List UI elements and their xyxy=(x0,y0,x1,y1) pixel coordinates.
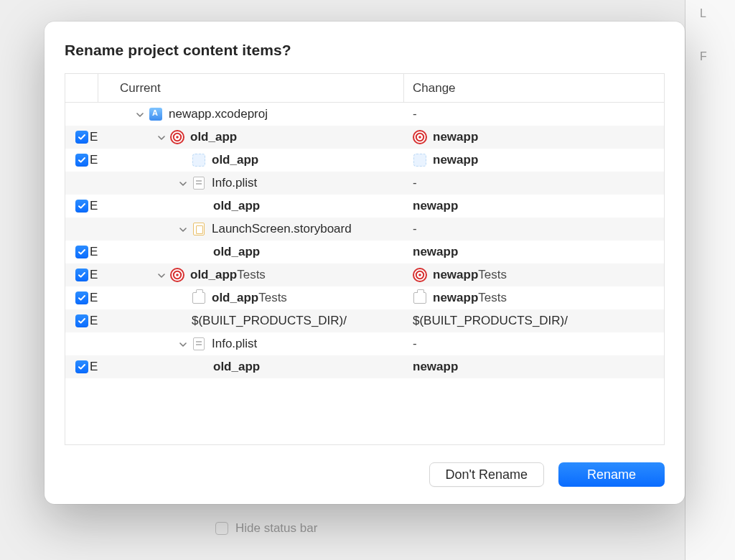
table-row[interactable]: newapp.xcodeproj- xyxy=(65,103,664,126)
table-row[interactable]: Eold_appnewapp xyxy=(65,149,664,172)
cell-checkbox xyxy=(65,218,98,241)
change-rest: $(BUILT_PRODUCTS_DIR)/ xyxy=(413,314,568,328)
target-icon xyxy=(170,130,184,144)
current-rest: LaunchScreen.storyboard xyxy=(212,222,352,236)
sidebar-letter: L xyxy=(700,7,735,20)
table-row[interactable]: Info.plist- xyxy=(65,332,664,355)
row-checkbox[interactable] xyxy=(75,291,88,304)
cell-checkbox xyxy=(65,103,98,126)
dont-rename-button[interactable]: Don't Rename xyxy=(429,462,545,487)
change-bold: newapp xyxy=(413,360,458,374)
change-rest: - xyxy=(413,337,417,351)
row-checkbox[interactable] xyxy=(75,200,88,213)
dialog-title: Rename project content items? xyxy=(65,42,665,59)
row-checkbox[interactable] xyxy=(75,314,88,327)
rename-button[interactable]: Rename xyxy=(558,462,665,487)
cell-change: newapp xyxy=(404,241,664,263)
chevron-down-icon[interactable] xyxy=(134,109,146,121)
change-bold: newapp xyxy=(433,130,478,144)
current-bold: old_app xyxy=(212,153,258,167)
chevron-down-icon[interactable] xyxy=(156,132,167,144)
cell-change: newapp xyxy=(404,355,664,378)
bundle-icon xyxy=(413,291,427,305)
current-bold: old_app xyxy=(213,245,260,259)
cell-current: old_app xyxy=(98,355,404,378)
cell-change: - xyxy=(404,218,664,241)
chevron-down-icon[interactable] xyxy=(156,270,167,281)
table-row[interactable]: Info.plist- xyxy=(65,172,664,195)
column-header-change[interactable]: Change xyxy=(404,74,664,102)
sidebar-letter: F xyxy=(700,50,735,63)
table-row[interactable]: Eold_appnewapp xyxy=(65,126,664,149)
current-rest: Info.plist xyxy=(212,176,257,190)
svg-point-5 xyxy=(418,136,421,139)
hide-status-bar-row: Hide status bar xyxy=(215,521,317,536)
row-checkbox[interactable] xyxy=(75,269,88,281)
hide-status-bar-checkbox xyxy=(215,522,228,535)
cell-change: $(BUILT_PRODUCTS_DIR)/ xyxy=(404,309,664,332)
cell-current: old_app xyxy=(98,126,404,149)
table-row[interactable]: Eold_appnewapp xyxy=(65,241,664,263)
dialog-footer: Don't Rename Rename xyxy=(65,462,665,487)
cell-change: - xyxy=(404,332,664,355)
row-checkbox[interactable] xyxy=(75,360,88,373)
app-icon xyxy=(192,153,206,167)
overflow-glyph: E xyxy=(90,268,98,282)
cell-checkbox xyxy=(65,172,98,195)
row-checkbox[interactable] xyxy=(75,154,88,167)
row-checkbox[interactable] xyxy=(75,246,88,258)
change-bold: newapp xyxy=(433,291,478,305)
cell-change: newappTests xyxy=(404,286,664,309)
table-row[interactable]: Eold_appTestsnewappTests xyxy=(65,286,664,309)
column-header-checkbox xyxy=(65,74,98,102)
overflow-glyph: E xyxy=(90,199,98,213)
cell-checkbox xyxy=(65,332,98,355)
current-bold: old_app xyxy=(190,130,237,144)
current-rest: newapp.xcodeproj xyxy=(169,107,268,121)
change-rest: - xyxy=(413,222,417,236)
current-bold: old_app xyxy=(213,360,260,374)
current-rest: Tests xyxy=(237,268,266,282)
plist-icon xyxy=(192,176,206,190)
change-rest: Tests xyxy=(478,268,507,282)
table-row[interactable]: Eold_appnewapp xyxy=(65,355,664,378)
current-rest: Tests xyxy=(258,291,287,305)
cell-current: old_app xyxy=(98,241,404,263)
table-body: newapp.xcodeproj-Eold_appnewappEold_appn… xyxy=(65,103,664,378)
svg-point-2 xyxy=(176,136,179,139)
chevron-down-icon[interactable] xyxy=(177,178,189,190)
cell-change: newappTests xyxy=(404,263,664,286)
cell-checkbox: E xyxy=(65,126,98,149)
cell-checkbox: E xyxy=(65,309,98,332)
overflow-glyph: E xyxy=(90,291,98,305)
overflow-glyph: E xyxy=(90,360,98,374)
chevron-down-icon[interactable] xyxy=(177,224,189,235)
rename-table: Current Change newapp.xcodeproj-Eold_app… xyxy=(65,73,665,445)
plist-icon xyxy=(192,337,206,351)
current-rest: $(BUILT_PRODUCTS_DIR)/ xyxy=(192,314,347,328)
rename-dialog: Rename project content items? Current Ch… xyxy=(45,22,685,504)
column-header-current[interactable]: Current xyxy=(98,74,404,102)
table-row[interactable]: Eold_appTestsnewappTests xyxy=(65,263,664,286)
cell-current: newapp.xcodeproj xyxy=(98,103,404,126)
cell-change: - xyxy=(404,103,664,126)
change-bold: newapp xyxy=(413,199,458,213)
table-row[interactable]: Eold_appnewapp xyxy=(65,195,664,218)
target-icon xyxy=(170,268,184,282)
cell-current: Info.plist xyxy=(98,332,404,355)
bundle-icon xyxy=(192,291,206,305)
cell-current: old_app xyxy=(98,149,404,172)
table-row[interactable]: LaunchScreen.storyboard- xyxy=(65,218,664,241)
cell-checkbox: E xyxy=(65,355,98,378)
change-bold: newapp xyxy=(413,245,458,259)
hide-status-bar-label: Hide status bar xyxy=(235,521,317,536)
table-header: Current Change xyxy=(65,74,664,103)
chevron-down-icon[interactable] xyxy=(177,339,189,350)
row-checkbox[interactable] xyxy=(75,131,88,144)
change-rest: - xyxy=(413,176,417,190)
table-row[interactable]: E$(BUILT_PRODUCTS_DIR)/$(BUILT_PRODUCTS_… xyxy=(65,309,664,332)
current-bold: old_app xyxy=(213,199,260,213)
storyboard-icon xyxy=(192,222,206,236)
cell-current: $(BUILT_PRODUCTS_DIR)/ xyxy=(98,309,404,332)
svg-point-8 xyxy=(176,274,179,276)
